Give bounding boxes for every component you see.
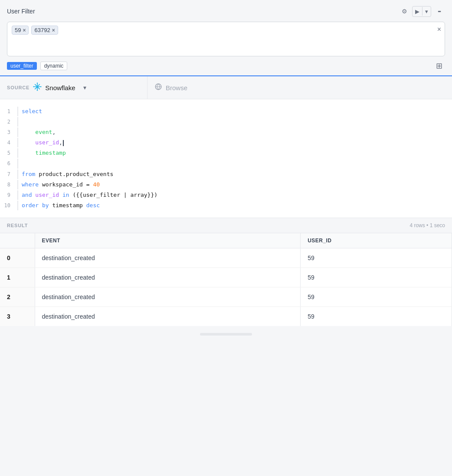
more-options-button[interactable]: ••• (433, 5, 445, 17)
source-name: Snowflake (45, 84, 75, 91)
run-dropdown-button[interactable]: ▾ (423, 7, 431, 16)
table-name: product.product_events (39, 171, 113, 177)
line-content-2 (17, 117, 452, 127)
col-timestamp: timestamp (35, 150, 66, 156)
cell-event: destination_created (35, 248, 301, 267)
result-header: RESULT 4 rows • 1 seco (0, 218, 452, 233)
play-icon: ▶ (415, 8, 419, 15)
code-line-2: 2 (0, 117, 452, 127)
keyword-order: order (22, 202, 39, 209)
template-expr: ({{user_filter | array}}) (72, 192, 157, 198)
line-number-3: 3 (0, 128, 17, 137)
run-button[interactable]: ▶ (413, 7, 422, 16)
result-label: RESULT (7, 223, 28, 228)
line-content-9: and user_id in ({{user_filter | array}}) (17, 190, 452, 200)
tag-value: 63792 (34, 27, 50, 33)
result-meta: 4 rows • 1 seco (409, 222, 445, 228)
cell-user-id: 59 (301, 306, 452, 326)
source-bar: SOURCE Snowflake ▾ Browse (0, 76, 452, 99)
keyword-by: by (42, 202, 49, 209)
filter-clear-all-button[interactable]: × (437, 26, 441, 33)
line-number-9: 9 (0, 191, 17, 199)
keyword-from: from (22, 171, 35, 177)
cell-index: 0 (0, 248, 35, 267)
code-line-3: 3 event, (0, 127, 452, 137)
cell-index: 3 (0, 306, 35, 326)
col-header-user-id: USER_ID (301, 233, 452, 248)
browse-section[interactable]: Browse (147, 78, 194, 98)
run-button-group: ▶ ▾ (412, 6, 431, 17)
result-table: EVENT USER_ID 0 destination_created 59 1… (0, 233, 452, 326)
col-user-id: user_id (35, 139, 59, 146)
line-content-10: order by timestamp desc (17, 201, 452, 210)
number-40: 40 (93, 181, 100, 188)
code-line-6: 6 (0, 158, 452, 169)
filter-tag-63792: 63792 × (31, 26, 58, 35)
cell-event: destination_created (35, 267, 301, 287)
col-event: event (35, 129, 52, 135)
ellipsis-icon: ••• (438, 9, 440, 14)
table-row: 1 destination_created 59 (0, 267, 452, 287)
code-line-4: 4 user_id, (0, 137, 452, 148)
tag-value: 59 (15, 27, 21, 33)
snowflake-icon (33, 82, 42, 93)
grid-icon: ⊞ (436, 61, 442, 71)
cell-index: 1 (0, 267, 35, 287)
source-dropdown-button[interactable]: ▾ (79, 82, 91, 94)
source-label: SOURCE (7, 85, 29, 90)
chevron-down-icon: ▾ (425, 8, 428, 15)
svg-point-1 (37, 82, 38, 84)
line-content-1: select (17, 107, 452, 116)
keyword-where: where (22, 181, 39, 188)
col-user-id-filter: user_id (35, 192, 59, 198)
svg-point-3 (33, 86, 35, 87)
cell-event: destination_created (35, 306, 301, 326)
col-header-index (0, 233, 35, 248)
line-number-2: 2 (0, 117, 17, 126)
line-number-7: 7 (0, 170, 17, 179)
keyword-and: and (22, 192, 32, 198)
table-row: 3 destination_created 59 (0, 306, 452, 326)
settings-button[interactable]: ⚙ (398, 5, 410, 17)
line-number-8: 8 (0, 180, 17, 189)
keyword-select: select (22, 108, 42, 114)
line-content-7: from product.product_events (17, 170, 452, 179)
line-content-5: timestamp (17, 148, 452, 158)
browse-icon (154, 83, 162, 93)
code-editor[interactable]: 1 select 2 3 event, 4 user_id, 5 timesta… (0, 99, 452, 218)
line-number-10: 10 (0, 201, 17, 210)
filter-title: User Filter (7, 8, 35, 15)
keyword-desc: desc (86, 202, 100, 209)
order-field: timestamp (52, 202, 86, 209)
tag-remove-59[interactable]: × (23, 28, 26, 33)
svg-point-4 (40, 86, 42, 87)
code-line-7: 7 from product.product_events (0, 169, 452, 179)
table-row: 2 destination_created 59 (0, 287, 452, 306)
filter-type-badge: dynamic (40, 62, 68, 70)
code-line-10: 10 order by timestamp desc (0, 200, 452, 211)
tag-remove-63792[interactable]: × (52, 28, 55, 33)
source-section: SOURCE Snowflake ▾ (0, 76, 147, 99)
code-line-5: 5 timestamp (0, 148, 452, 158)
keyword-in: in (62, 192, 69, 198)
filter-input-area[interactable]: 59 × 63792 × × (7, 22, 445, 56)
where-condition: workspace_id = (42, 181, 93, 188)
filter-tag-59: 59 × (12, 26, 29, 35)
line-content-3: event, (17, 127, 452, 137)
filter-footer: user_filter dynamic ⊞ (7, 56, 445, 75)
code-line-9: 9 and user_id in ({{user_filter | array}… (0, 190, 452, 200)
table-row: 0 destination_created 59 (0, 248, 452, 267)
code-line-1: 1 select (0, 106, 452, 117)
svg-point-0 (36, 85, 38, 87)
line-number-5: 5 (0, 149, 17, 157)
scroll-area (0, 326, 452, 342)
cell-user-id: 59 (301, 267, 452, 287)
browse-label: Browse (166, 84, 187, 91)
filter-name-badge: user_filter (7, 62, 37, 70)
gear-icon: ⚙ (402, 8, 407, 15)
line-content-4: user_id, (17, 138, 452, 147)
filter-panel: User Filter ⚙ ▶ ▾ ••• 59 × (0, 0, 452, 76)
layout-toggle-button[interactable]: ⊞ (433, 60, 445, 72)
table-header-row: EVENT USER_ID (0, 233, 452, 248)
svg-point-2 (37, 90, 38, 91)
